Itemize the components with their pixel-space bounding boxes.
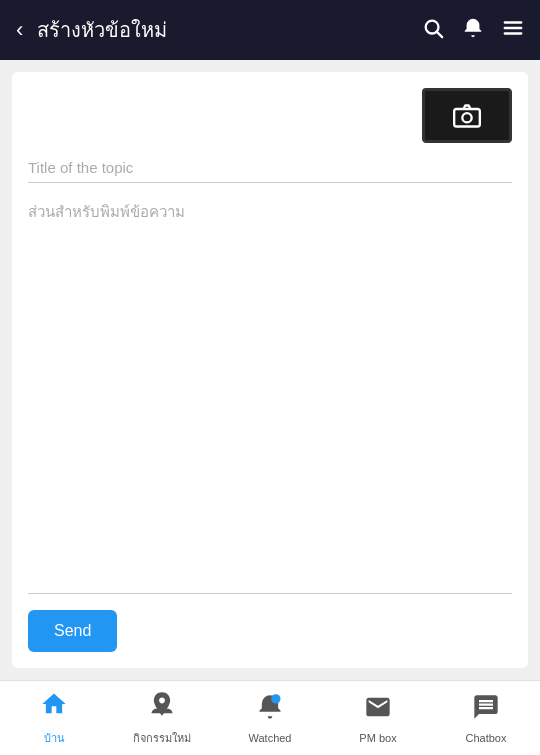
nav-label-home: บ้าน: [44, 729, 65, 747]
nav-label-activity: กิจกรรมใหม่: [133, 729, 191, 747]
bell-icon[interactable]: [462, 17, 484, 44]
home-icon: [40, 690, 68, 725]
svg-line-1: [437, 32, 442, 37]
svg-rect-5: [454, 109, 480, 127]
nav-label-chatbox: Chatbox: [466, 732, 507, 744]
chatbox-icon: [472, 693, 500, 728]
camera-btn-wrap: [28, 88, 512, 143]
form-card: Send: [12, 72, 528, 668]
nav-item-activity[interactable]: กิจกรรมใหม่: [122, 690, 202, 747]
nav-item-home[interactable]: บ้าน: [14, 690, 94, 747]
nav-label-pmbox: PM box: [359, 732, 396, 744]
activity-icon: [148, 690, 176, 725]
body-textarea[interactable]: [28, 195, 512, 594]
nav-item-pmbox[interactable]: PM box: [338, 693, 418, 744]
header: ‹ สร้างหัวข้อใหม่: [0, 0, 540, 60]
back-button[interactable]: ‹: [16, 17, 23, 43]
watched-icon: [256, 693, 284, 728]
nav-label-watched: Watched: [248, 732, 291, 744]
camera-button[interactable]: [422, 88, 512, 143]
header-icons: [422, 17, 524, 44]
bottom-nav: บ้าน กิจกรรมใหม่ Watched PM box: [0, 680, 540, 755]
main-content: Send: [0, 60, 540, 680]
pmbox-icon: [364, 693, 392, 728]
send-button[interactable]: Send: [28, 610, 117, 652]
nav-item-watched[interactable]: Watched: [230, 693, 310, 744]
page-title: สร้างหัวข้อใหม่: [37, 14, 422, 46]
nav-item-chatbox[interactable]: Chatbox: [446, 693, 526, 744]
svg-point-7: [271, 694, 280, 703]
svg-point-6: [462, 113, 471, 122]
search-icon[interactable]: [422, 17, 444, 44]
camera-icon: [452, 102, 482, 130]
menu-icon[interactable]: [502, 17, 524, 44]
title-input[interactable]: [28, 153, 512, 183]
